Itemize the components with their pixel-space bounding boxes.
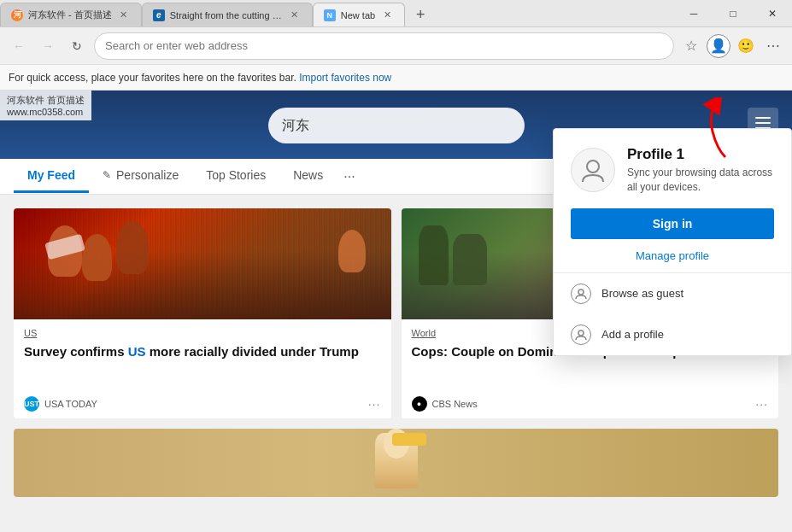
usa-today-name: USA TODAY: [44, 399, 97, 409]
svg-point-1: [578, 289, 584, 295]
news-card-us: US Survey confirms US more racially divi…: [14, 208, 391, 418]
cbs-logo: ●: [412, 396, 427, 412]
tab-my-feed[interactable]: My Feed: [14, 160, 89, 193]
forward-button[interactable]: →: [36, 34, 60, 58]
pencil-icon: ✎: [103, 169, 111, 181]
browser-content: 河东 My Feed ✎ Personalize Top Stories New…: [0, 91, 792, 532]
browse-as-guest-label: Browse as guest: [601, 287, 683, 300]
hamburger-line-2: [755, 122, 771, 124]
tab-news-label: News: [293, 168, 323, 182]
favorites-bar-text: For quick access, place your favorites h…: [9, 72, 296, 84]
news-headline-us: Survey confirms US more racially divided…: [24, 343, 381, 360]
tab-title-3: New tab: [341, 10, 375, 20]
signin-button[interactable]: Sign in: [571, 208, 774, 239]
tab-close-2[interactable]: ✕: [288, 9, 302, 22]
profile-popup: Profile 1 Sync your browsing data across…: [553, 128, 792, 356]
news-card-us-image: [14, 208, 391, 319]
settings-more-icon[interactable]: ⋯: [761, 34, 785, 58]
tab-news[interactable]: News: [279, 160, 337, 193]
address-input-wrapper[interactable]: [94, 32, 674, 60]
tab-1[interactable]: 河 河东软件 - 首页描述 ✕: [0, 3, 142, 26]
news-more-us[interactable]: ···: [368, 397, 381, 411]
new-tab-page: 河东 My Feed ✎ Personalize Top Stories New…: [0, 91, 792, 532]
minimize-button[interactable]: ─: [674, 0, 713, 27]
news-category-us[interactable]: US: [24, 328, 381, 338]
favorites-star-icon[interactable]: ☆: [679, 34, 703, 58]
favorites-bar: For quick access, place your favorites h…: [0, 65, 792, 91]
news-source-world: ● CBS News: [412, 396, 478, 412]
tab-title-2: Straight from the cutting edge: [170, 10, 283, 20]
svg-point-0: [587, 161, 599, 172]
refresh-button[interactable]: ↻: [65, 34, 89, 58]
import-favorites-link[interactable]: Import favorites now: [299, 72, 391, 84]
tab-close-3[interactable]: ✕: [380, 9, 394, 22]
watermark-site: 河东软件 首页描述: [7, 94, 85, 107]
profile-avatar: [571, 148, 615, 192]
hamburger-line-1: [755, 117, 771, 119]
usa-today-logo: UST: [24, 396, 39, 412]
profile-subtitle: Sync your browsing data across all your …: [627, 166, 774, 195]
tab-favicon-2: e: [153, 9, 165, 21]
tabs-area: 河 河东软件 - 首页描述 ✕ e Straight from the cutt…: [0, 0, 674, 26]
tab-my-feed-label: My Feed: [27, 168, 75, 182]
search-text: 河东: [282, 117, 309, 135]
tab-2[interactable]: e Straight from the cutting edge ✕: [142, 3, 313, 26]
cbs-name: CBS News: [432, 399, 478, 409]
news-footer-us: UST USA TODAY ···: [14, 389, 391, 418]
title-bar: 河 河东软件 - 首页描述 ✕ e Straight from the cutt…: [0, 0, 792, 27]
emoji-icon[interactable]: 🙂: [734, 34, 758, 58]
profile-popup-header: Profile 1 Sync your browsing data across…: [554, 129, 791, 208]
news-card-bottom-image: [14, 429, 778, 497]
guest-icon: [571, 284, 591, 304]
tab-favicon-3: N: [324, 9, 336, 21]
add-profile-icon: [571, 324, 591, 345]
browse-as-guest-item[interactable]: Browse as guest: [554, 273, 791, 314]
address-input[interactable]: [105, 39, 663, 52]
tab-personalize-label: Personalize: [116, 168, 179, 182]
tab-top-stories[interactable]: Top Stories: [192, 160, 279, 193]
watermark-url: www.mc0358.com: [7, 107, 85, 117]
svg-point-2: [578, 330, 584, 336]
news-card-bottom: [14, 429, 778, 497]
tab-top-stories-label: Top Stories: [206, 168, 266, 182]
address-bar: ← → ↻ ☆ 👤 🙂 ⋯: [0, 27, 792, 65]
manage-profile-link[interactable]: Manage profile: [554, 246, 791, 272]
tab-favicon-1: 河: [11, 9, 23, 21]
news-more-world[interactable]: ···: [755, 397, 768, 411]
news-tabs-more[interactable]: ···: [337, 161, 361, 193]
tab-3[interactable]: N New tab ✕: [313, 3, 405, 26]
search-box[interactable]: 河东: [268, 108, 525, 143]
back-button[interactable]: ←: [7, 34, 31, 58]
add-profile-label: Add a profile: [601, 328, 664, 341]
new-tab-button[interactable]: +: [408, 3, 432, 26]
news-source-us: UST USA TODAY: [24, 396, 97, 412]
profile-button[interactable]: 👤: [707, 34, 730, 58]
maximize-button[interactable]: □: [713, 0, 753, 27]
close-button[interactable]: ✕: [753, 0, 792, 27]
news-card-us-body: US Survey confirms US more racially divi…: [14, 319, 391, 369]
tab-personalize[interactable]: ✎ Personalize: [89, 160, 192, 193]
window-controls: ─ □ ✕: [674, 0, 792, 27]
address-actions: ☆ 👤 🙂 ⋯: [679, 34, 785, 58]
watermark: 河东软件 首页描述 www.mc0358.com: [0, 91, 91, 120]
add-profile-item[interactable]: Add a profile: [554, 314, 791, 355]
news-footer-world: ● CBS News ···: [402, 389, 779, 418]
tab-close-1[interactable]: ✕: [117, 9, 131, 22]
red-arrow-annotation: [691, 97, 734, 169]
tab-title-1: 河东软件 - 首页描述: [28, 9, 112, 21]
